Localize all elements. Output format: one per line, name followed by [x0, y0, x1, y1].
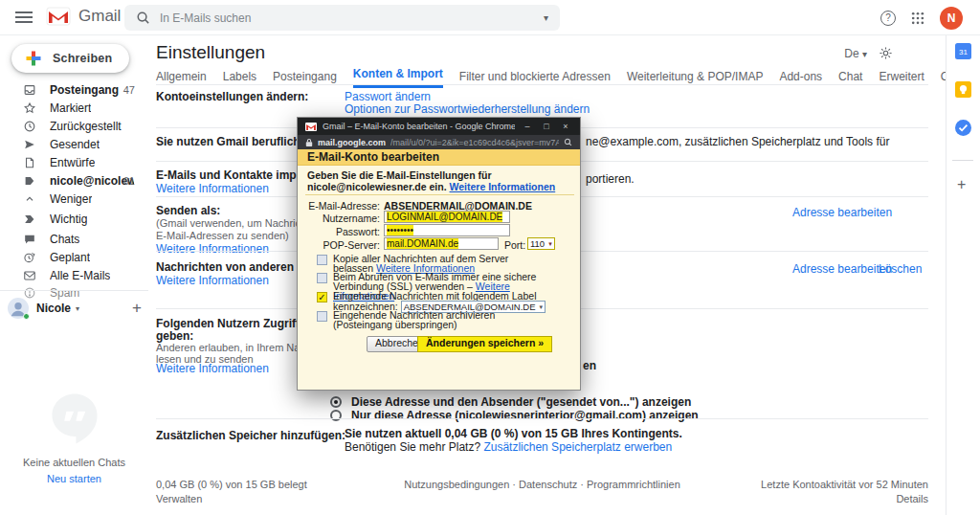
side-panel: 31 + [946, 35, 980, 515]
side-panel-divider [952, 160, 973, 161]
maximize-button[interactable]: □ [540, 122, 553, 131]
port-select[interactable]: 110▾ [527, 237, 555, 250]
edit-address-link[interactable]: Adresse bearbeiten [792, 206, 892, 219]
search-options-caret-icon[interactable]: ▾ [544, 12, 548, 23]
tab-chat[interactable]: Chat [838, 70, 862, 88]
pop-server-label: POP-Server: [298, 239, 380, 251]
grant-info-link[interactable]: Weitere Informationen [156, 362, 269, 375]
edit-mail-account-window: Gmail – E-Mail-Konto bearbeiten - Google… [297, 117, 581, 391]
sidebar: Schreiben Posteingang 47 Markiert Zurück… [0, 35, 148, 515]
no-chats-text: Keine aktuellen Chats [0, 457, 148, 468]
password-recovery-link[interactable]: Optionen zur Passwortwiederherstellung ä… [345, 102, 590, 116]
menu-icon[interactable] [15, 11, 33, 23]
account-avatar[interactable]: N [940, 7, 963, 30]
import-info-link[interactable]: Weitere Informationen [156, 182, 269, 195]
label-incoming-checkbox[interactable]: ✓ [317, 292, 327, 302]
port-label: Port: [504, 239, 525, 251]
envelope-icon [23, 269, 36, 282]
tab-allgemein[interactable]: Allgemein [156, 70, 207, 88]
storage-more-row: Benötigen Sie mehr Platz? Zusätzlichen S… [345, 440, 672, 454]
sidebar-item-important[interactable]: Wichtig [0, 210, 148, 228]
archive-checkbox[interactable] [317, 311, 327, 322]
sidebar-item-inbox[interactable]: Posteingang 47 [0, 80, 148, 99]
radio-option-2[interactable]: Nur diese Adresse (nicolewiesnerinterior… [330, 406, 699, 423]
apps-grid-icon[interactable] [911, 11, 924, 25]
grant-text-fragment: en [583, 359, 596, 372]
address-bar[interactable]: mail.google.com /mail/u/0/?ui=2&ik=e1c69… [298, 135, 580, 149]
chat-section-divider [0, 290, 148, 291]
tab-erweitert[interactable]: Erweitert [879, 70, 924, 88]
new-chat-button[interactable]: + [132, 299, 142, 318]
search-input[interactable]: In E-Mails suchen ▾ [124, 5, 560, 31]
change-password-link[interactable]: Passwort ändern [345, 90, 431, 103]
unread-count: 61 [123, 175, 135, 187]
send-icon [23, 138, 36, 151]
input-tools-selector[interactable]: De ▾ [844, 47, 867, 60]
fetch-edit-address-link[interactable]: Adresse bearbeiten [792, 262, 892, 276]
fetch-delete-link[interactable]: Löschen [879, 262, 922, 276]
pop-server-input[interactable]: mail.DOMAIN.de [384, 237, 499, 250]
calendar-icon[interactable]: 31 [955, 43, 971, 59]
minimize-button[interactable]: – [521, 122, 534, 131]
presence-dot [23, 313, 30, 320]
hangouts-empty-state: Keine aktuellen Chats Neu starten [0, 390, 148, 484]
sidebar-item-account-label[interactable]: nicole@nicolewies.. 61 [0, 171, 148, 190]
tab-posteingang[interactable]: Posteingang [273, 70, 337, 88]
window-titlebar[interactable]: Gmail – E-Mail-Konto bearbeiten - Google… [298, 118, 580, 135]
password-input[interactable]: •••••••• [384, 224, 510, 236]
tab-labels[interactable]: Labels [223, 70, 256, 88]
sidebar-item-chats[interactable]: Chats [0, 230, 148, 248]
keep-copy-label: Kopie aller Nachrichten auf dem Server b… [333, 254, 551, 273]
gmail-envelope-icon [46, 7, 71, 26]
tab-filter[interactable]: Filter und blockierte Adressen [459, 70, 611, 88]
sidebar-item-all-mail[interactable]: Alle E-Mails [0, 266, 148, 284]
save-changes-button[interactable]: Änderungen speichern » [417, 336, 552, 352]
radio-unselected-icon[interactable] [330, 410, 342, 421]
hangouts-bubble-icon [47, 390, 102, 445]
dialog-intro-link[interactable]: Weitere Informationen [450, 181, 556, 192]
scheduled-send-icon [23, 251, 36, 264]
business-text-fragment: ne@example.com, zusätzlichen Speicherpla… [586, 135, 889, 148]
tasks-icon[interactable] [955, 120, 971, 136]
sidebar-item-snoozed[interactable]: Zurückgestellt [0, 117, 148, 135]
keep-copy-checkbox[interactable] [317, 255, 327, 265]
compose-button[interactable]: Schreiben [11, 44, 129, 73]
window-title: Gmail – E-Mail-Konto bearbeiten - Google… [323, 122, 515, 131]
fetch-info-link[interactable]: Weitere Informationen [156, 274, 269, 287]
row-label-storage: Zusätzlichen Speicher hinzufügen: [156, 429, 345, 442]
close-button[interactable]: × [559, 122, 572, 131]
sidebar-item-starred[interactable]: Markiert [0, 99, 148, 117]
password-label: Passwort: [298, 226, 380, 237]
importance-marker-icon [23, 213, 36, 226]
product-name: Gmail [78, 7, 121, 26]
chevron-up-icon [23, 192, 36, 206]
add-addon-button[interactable]: + [957, 176, 966, 193]
start-chat-link[interactable]: Neu starten [0, 473, 148, 484]
dialog-body: Geben Sie die E-Mail-Einstellungen für n… [298, 166, 580, 390]
sidebar-item-scheduled[interactable]: Geplant [0, 248, 148, 266]
keep-icon[interactable] [955, 81, 971, 98]
sidebar-item-sent[interactable]: Gesendet [0, 135, 148, 153]
send-as-info-link[interactable]: Weitere Informationen [156, 242, 269, 256]
chat-user-row[interactable]: Nicole ▾ + [8, 295, 142, 322]
buy-storage-link[interactable]: Zusätzlichen Speicherplatz erwerben [483, 440, 672, 454]
ssl-checkbox[interactable] [317, 273, 327, 283]
zoom-page-icon[interactable] [564, 138, 572, 146]
tab-weiterleitung[interactable]: Weiterleitung & POP/IMAP [627, 70, 764, 88]
url-domain: mail.google.com [318, 138, 386, 147]
dialog-heading: E-Mail-Konto bearbeiten [307, 150, 439, 164]
topbar: Gmail In E-Mails suchen ▾ ? N [0, 0, 980, 35]
help-icon[interactable]: ? [880, 11, 896, 26]
gear-icon[interactable] [879, 46, 893, 60]
username-input[interactable]: LOGINMAIL@DOMAIN.DE [384, 211, 510, 223]
row-label-account-settings: Kontoeinstellungen ändern: [156, 90, 308, 103]
unread-count: 47 [123, 84, 135, 96]
footer-activity: Letzte Kontoaktivität vor 52 Minuten [156, 479, 928, 490]
sidebar-item-drafts[interactable]: Entwürfe [0, 153, 148, 171]
gmail-logo: Gmail [46, 7, 121, 26]
sidebar-item-less[interactable]: Weniger [0, 190, 148, 208]
gmail-favicon [305, 123, 317, 131]
tab-addons[interactable]: Add-ons [779, 70, 822, 88]
footer-details-link[interactable]: Details [156, 493, 928, 504]
storage-usage-text: Sie nutzen aktuell 0,04 GB (0 %) von 15 … [345, 427, 682, 440]
